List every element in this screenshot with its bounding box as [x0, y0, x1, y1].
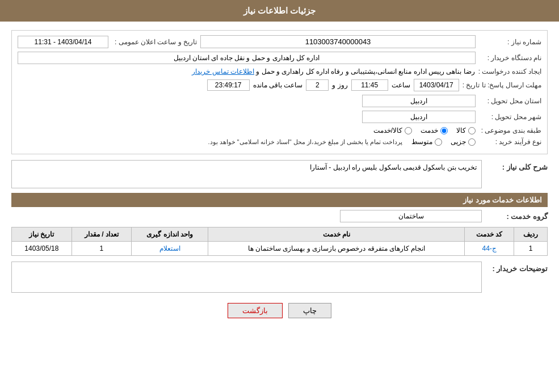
- baqi-value: 23:49:17: [207, 79, 250, 91]
- row-dastgah: نام دستگاه خریدار : اداره کل راهداری و ح…: [18, 52, 541, 64]
- grohe-label: گروه خدمت :: [485, 212, 548, 221]
- col-code: کد خدمت: [465, 227, 514, 242]
- row-shahr: شهر محل تحویل : اردبیل: [18, 111, 541, 123]
- dastgah-value: اداره کل راهداری و حمل و نقل جاده ای است…: [18, 52, 476, 64]
- radio-mottavasset: متوسط: [411, 138, 442, 146]
- mohlat-date: 1403/04/17: [414, 79, 459, 91]
- table-row: 1 ج-44 انجام کارهای متفرقه درخصوص بازساز…: [12, 242, 548, 256]
- mohlat-label: مهلت ارسال پاسخ: تا تاریخ :: [463, 81, 541, 89]
- col-radif: ردیف: [514, 227, 548, 242]
- rooz-label: روز و: [332, 81, 347, 89]
- sharh-label: شرح کلی نیاز :: [485, 160, 548, 171]
- table-header-row: ردیف کد خدمت نام خدمت واحد اندازه گیری ت…: [12, 227, 548, 242]
- page-title: جزئیات اطلاعات نیاز: [243, 6, 316, 15]
- tarikh-elaan-label: تاریخ و ساعت اعلان عمومی :: [112, 38, 197, 46]
- shomara-label: شماره نیاز :: [479, 38, 541, 46]
- saat-label: ساعت: [392, 81, 410, 89]
- cell-quantity: 1: [72, 242, 132, 256]
- mohlat-saat: 11:45: [351, 79, 388, 91]
- tabaqe-radio-group: کالا خدمت کالا/خدمت: [373, 127, 476, 134]
- tozihat-label: توضیحات خریدار :: [485, 262, 548, 273]
- row-tozihat: توضیحات خریدار :: [11, 262, 548, 294]
- row-ijad: ایجاد کننده درخواست : رضا بناهی رییس ادا…: [18, 68, 541, 75]
- cell-unit: استعلام: [132, 242, 208, 256]
- shomara-value: 1103003740000043: [200, 35, 476, 48]
- services-table: ردیف کد خدمت نام خدمت واحد اندازه گیری ت…: [11, 227, 548, 256]
- farayand-radio-group: جزیی متوسط: [411, 138, 476, 146]
- ijad-label: ایجاد کننده درخواست :: [478, 68, 541, 75]
- sharh-value: تخریب بتن باسکول قدیمی باسکول بلیس راه ا…: [16, 163, 477, 171]
- col-name: نام خدمت: [208, 227, 465, 242]
- back-button[interactable]: بازگشت: [228, 303, 283, 318]
- row-tabaqe: طبقه بندی موضوعی : کالا خدمت کالا/خدم: [18, 127, 541, 134]
- radio-kala-label: کالا: [456, 127, 466, 134]
- radio-kala-khedmat-label: کالا/خدمت: [373, 127, 402, 134]
- radio-khedmat-input[interactable]: [440, 127, 448, 134]
- radio-kala-khedmat: کالا/خدمت: [373, 127, 412, 134]
- radio-jozi-input[interactable]: [468, 138, 476, 146]
- farayand-label: نوع فرآیند خرید :: [479, 138, 541, 146]
- ostan-label: استان محل تحویل :: [479, 97, 541, 105]
- main-info-section: شماره نیاز : 1103003740000043 تاریخ و سا…: [11, 30, 548, 154]
- button-row: چاپ بازگشت: [11, 303, 548, 318]
- tozihat-box: [11, 262, 482, 294]
- col-quantity: تعداد / مقدار: [72, 227, 132, 242]
- row-grohe: گروه خدمت : ساختمان: [11, 210, 548, 222]
- print-button[interactable]: چاپ: [288, 303, 331, 318]
- radio-jozi-label: جزیی: [451, 138, 466, 146]
- tarikh-elaan-value: 1403/04/14 - 11:31: [18, 36, 108, 48]
- tabaqe-label: طبقه بندی موضوعی :: [479, 127, 541, 134]
- ijad-value: رضا بناهی رییس اداره منابع انسانی،پشتیبا…: [18, 68, 475, 75]
- shahr-value: اردبیل: [362, 111, 476, 123]
- cell-name: انجام کارهای متفرقه درخصوص بازسازی و بهس…: [208, 242, 465, 256]
- grohe-value: ساختمان: [340, 210, 482, 222]
- ostan-value: اردبیل: [362, 95, 476, 107]
- sharh-box: تخریب بتن باسکول قدیمی باسکول بلیس راه ا…: [11, 160, 482, 188]
- radio-khedmat: خدمت: [421, 127, 448, 134]
- farayand-note: پرداخت تمام یا بخشی از مبلغ خرید،از محل …: [208, 138, 402, 146]
- cell-date: 1403/05/18: [12, 242, 72, 256]
- radio-mottavasset-input[interactable]: [435, 138, 442, 146]
- cell-code: ج-44: [465, 242, 514, 256]
- dastgah-label: نام دستگاه خریدار :: [479, 54, 541, 62]
- services-header: اطلاعات خدمات مورد نیاز: [11, 193, 548, 207]
- row-farayand: نوع فرآیند خرید : جزیی متوسط پرداخت تمام…: [18, 138, 541, 146]
- tozihat-textarea[interactable]: [11, 262, 482, 293]
- radio-mottavasset-label: متوسط: [411, 138, 432, 146]
- radio-jozi: جزیی: [451, 138, 476, 146]
- row-sharh: شرح کلی نیاز : تخریب بتن باسکول قدیمی با…: [11, 160, 548, 188]
- shahr-label: شهر محل تحویل :: [479, 113, 541, 121]
- ettelaat-tamas-link[interactable]: اطلاعات تماس خریدار: [192, 68, 254, 75]
- row-mohlat: مهلت ارسال پاسخ: تا تاریخ : 1403/04/17 س…: [18, 79, 541, 91]
- baqi-label: ساعت باقی مانده: [253, 81, 303, 89]
- row-ostan: استان محل تحویل : اردبیل: [18, 95, 541, 107]
- page-header: جزئیات اطلاعات نیاز: [0, 0, 559, 22]
- radio-kala: کالا: [456, 127, 476, 134]
- radio-kala-khedmat-input[interactable]: [405, 127, 412, 134]
- row-shomara-tarikh: شماره نیاز : 1103003740000043 تاریخ و سا…: [18, 35, 541, 48]
- rooz-value: 2: [306, 79, 329, 91]
- col-unit: واحد اندازه گیری: [132, 227, 208, 242]
- col-date: تاریخ نیاز: [12, 227, 72, 242]
- radio-khedmat-label: خدمت: [421, 127, 438, 134]
- radio-kala-input[interactable]: [468, 127, 476, 134]
- cell-radif: 1: [514, 242, 548, 256]
